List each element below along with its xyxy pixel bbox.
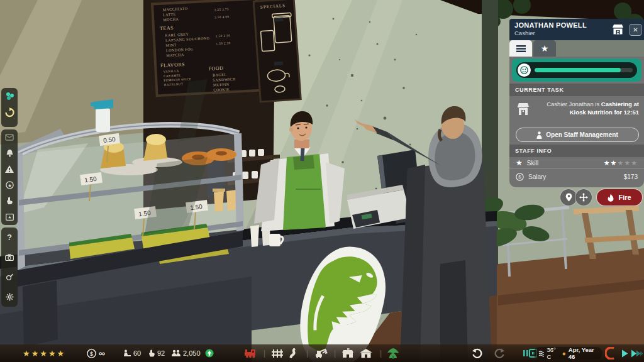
salary-value: $173 (624, 173, 638, 180)
excavator-icon (314, 348, 328, 358)
toolbar-divider: | (380, 344, 382, 362)
tool-facilities[interactable] (341, 344, 354, 362)
date-value: Apr, Year 46 (569, 346, 597, 360)
task-kiosk-icon (517, 102, 530, 116)
svg-text:MINT: MINT (165, 43, 177, 48)
current-task-text: Cashier Jonathan is Cashiering at Kiosk … (533, 100, 639, 116)
sidebar-group-middle: ★ ★ (1, 129, 18, 225)
tool-nature[interactable] (387, 344, 399, 362)
salary-label: Salary (528, 173, 546, 180)
weather-icon (538, 350, 544, 357)
settings-gear-icon[interactable] (1, 288, 18, 305)
cursor-hand-icon[interactable] (1, 193, 18, 209)
staff-panel-header: JONATHAN POWELL Cashier ✕ (509, 19, 644, 40)
weather-dot: ● (562, 350, 566, 357)
photo-icon[interactable]: ★ (1, 209, 18, 225)
time-of-day-indicator[interactable] (605, 344, 618, 362)
staff-panel-actions: Fire (509, 189, 644, 206)
current-task-header: CURRENT TASK (509, 84, 644, 96)
move-icon (579, 193, 588, 202)
path-icon (289, 348, 297, 358)
play-button[interactable] (621, 344, 628, 362)
tool-terrain[interactable] (314, 344, 328, 362)
svg-text:★: ★ (8, 215, 11, 219)
tool-rides[interactable] (244, 344, 258, 362)
stat-hand[interactable]: 92 (148, 344, 165, 362)
toolbar-divider: | (264, 344, 265, 362)
cycle-icon[interactable] (1, 104, 18, 121)
camera-icon[interactable] (1, 249, 18, 265)
train-icon (244, 348, 258, 358)
redo-icon (494, 348, 505, 358)
rating-up-indicator (205, 344, 214, 362)
current-task-row: Cashier Jonathan is Cashiering at Kiosk … (509, 96, 644, 125)
tool-barriers[interactable] (272, 344, 283, 362)
undo-button[interactable] (472, 344, 482, 362)
money-value: ∞ (99, 348, 105, 358)
fence-icon (272, 349, 283, 358)
up-arrow-icon (205, 349, 214, 358)
hamburger-icon (516, 45, 526, 52)
money-coin-icon: $ (87, 349, 96, 358)
stat-guests[interactable]: 2,050 (171, 344, 201, 362)
skill-label: Skill (527, 160, 538, 167)
mail-icon[interactable] (1, 129, 18, 145)
sidebar-group-top (1, 88, 18, 127)
happiness-bar (516, 62, 637, 78)
tab-overview[interactable] (509, 40, 532, 57)
help-icon[interactable]: ? (1, 229, 18, 246)
warning-icon[interactable] (1, 162, 18, 177)
undo-icon (472, 348, 482, 358)
smiley-icon (518, 63, 531, 77)
skill-row: ★ Skill ★★★★★ (509, 157, 644, 169)
fire-button[interactable]: Fire (596, 189, 643, 206)
redo-button[interactable] (494, 344, 505, 362)
toolbar-divider: | (334, 344, 336, 362)
staff-panel: JONATHAN POWELL Cashier ✕ ★ CURRENT TASK (509, 19, 644, 187)
svg-text:LATTE: LATTE (163, 13, 176, 17)
staff-panel-body: CURRENT TASK Cashier Jonathan is Cashier… (509, 57, 644, 187)
temperature-value: 36° C (547, 346, 559, 360)
money-display[interactable]: $ ∞ (87, 344, 105, 362)
happiness-fill (535, 68, 621, 72)
stat-staff[interactable]: 60 (123, 344, 141, 362)
tab-favorite[interactable]: ★ (533, 40, 556, 57)
facility-icon (341, 348, 354, 358)
park-rating-stars: ★★★★★ (23, 344, 65, 362)
play-icon (621, 349, 628, 358)
fast-forward-button[interactable] (631, 344, 644, 362)
hand-stat-icon (148, 349, 155, 357)
svg-text:$: $ (90, 351, 93, 357)
bell-icon[interactable] (1, 145, 18, 161)
salary-coin-icon: $ (516, 173, 524, 181)
staff-info-header: STAFF INFO (509, 145, 644, 157)
star-badge-icon[interactable]: ★ (1, 177, 18, 193)
move-button[interactable] (575, 189, 592, 206)
close-icon[interactable]: ✕ (630, 24, 641, 36)
bottom-bar: ★★★★★ $ ∞ 60 92 2,050 | | | | (0, 344, 644, 362)
location-pin-icon (565, 193, 572, 202)
weather-date-pill[interactable]: 36° C ● Apr, Year 46 (533, 347, 602, 359)
specials-board: SPECIALS (253, 0, 301, 102)
guests-stat-icon (171, 349, 181, 357)
skill-stars-empty: ★★★ (617, 159, 638, 167)
fast-forward-icon (631, 349, 644, 358)
staff-panel-tabs: ★ (509, 40, 644, 57)
house-icon (360, 349, 372, 358)
sidebar-group-bottom: ? (1, 228, 18, 307)
skill-star-icon: ★ (516, 158, 523, 167)
paint-icon[interactable] (1, 269, 18, 285)
happiness-block (512, 58, 641, 82)
species-icon[interactable] (1, 88, 18, 104)
toolbar-divider: | (306, 344, 308, 362)
tree-icon (387, 348, 399, 359)
open-staff-management-button[interactable]: Open Staff Management (516, 128, 639, 142)
tool-scenery-buildings[interactable] (360, 344, 372, 362)
svg-text:★: ★ (7, 183, 11, 189)
tool-paths[interactable] (289, 344, 297, 362)
flame-icon (608, 194, 614, 202)
skill-stars-filled: ★★ (604, 159, 618, 167)
crescent-icon (605, 347, 618, 359)
svg-text:FOOD: FOOD (208, 65, 223, 72)
star-icon: ★ (541, 43, 549, 53)
